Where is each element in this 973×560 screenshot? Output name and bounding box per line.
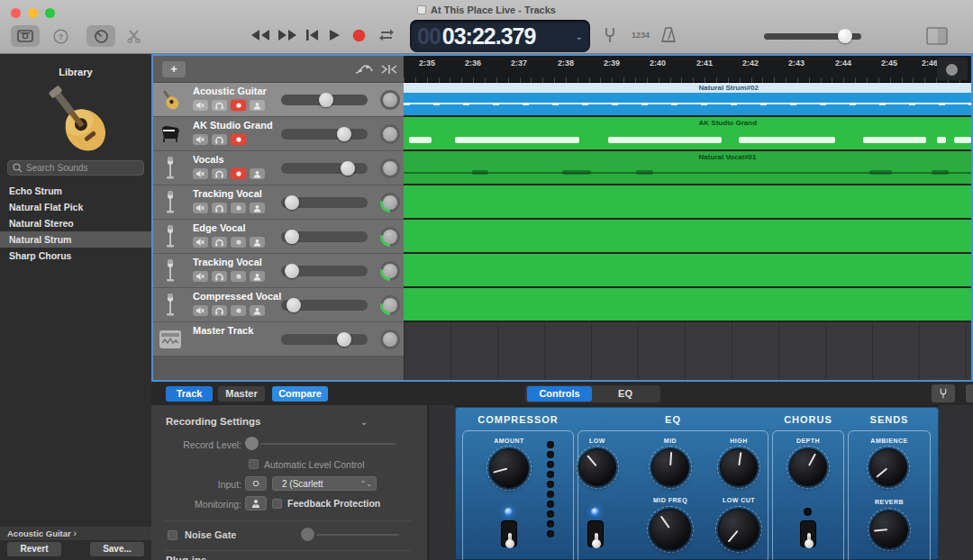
solo-button[interactable] — [212, 237, 227, 248]
record-level-slider-thumb[interactable] — [245, 437, 259, 450]
input-monitoring-button[interactable] — [250, 100, 265, 111]
mute-button[interactable] — [193, 237, 208, 248]
save-button[interactable]: Save... — [90, 542, 144, 556]
quick-help-button[interactable]: ? — [50, 25, 70, 47]
track-name[interactable]: Edge Vocal — [193, 222, 245, 233]
revert-button[interactable]: Revert — [7, 542, 61, 556]
track-volume-slider[interactable] — [281, 129, 368, 140]
track-name[interactable]: Master Track — [193, 325, 253, 336]
eq-mid-knob[interactable] — [651, 448, 689, 486]
recording-settings-header[interactable]: Recording Settings — [166, 416, 260, 427]
tuner-button[interactable] — [602, 26, 618, 44]
sends-reverb-knob[interactable] — [870, 510, 908, 548]
library-item[interactable]: Echo Strum — [0, 183, 151, 199]
auto-level-checkbox[interactable] — [249, 459, 259, 469]
record-enable-button[interactable] — [231, 134, 246, 145]
track-row[interactable]: Edge Vocal — [153, 220, 404, 254]
volume-thumb[interactable] — [341, 161, 355, 176]
audio-region-waveform[interactable] — [404, 93, 971, 115]
timeline-zoom-slider[interactable] — [937, 58, 968, 80]
mute-button[interactable] — [193, 305, 208, 316]
tab-eq[interactable]: EQ — [594, 386, 657, 402]
pan-knob[interactable] — [380, 295, 400, 315]
input-monitoring-button[interactable] — [250, 168, 265, 179]
track-name[interactable]: AK Studio Grand — [193, 120, 273, 131]
plugins-header[interactable]: Plug-ins — [166, 555, 206, 560]
pan-knob[interactable] — [380, 261, 400, 281]
mute-button[interactable] — [193, 134, 208, 145]
record-enable-button[interactable] — [231, 203, 246, 213]
timeline[interactable]: 2:35 2:36 2:37 2:38 2:39 2:40 2:41 2:42 … — [404, 56, 971, 380]
count-in-button[interactable]: 1234 — [632, 31, 650, 40]
rewind-button[interactable] — [250, 29, 270, 41]
lcd-mode-chevron-icon[interactable]: ⌄ — [576, 32, 583, 41]
cycle-button[interactable] — [377, 28, 396, 42]
track-row[interactable]: Vocals — [153, 151, 404, 185]
compressor-toggle-switch[interactable] — [501, 520, 517, 547]
record-enable-button[interactable] — [231, 237, 246, 248]
mute-button[interactable] — [193, 100, 208, 111]
volume-thumb[interactable] — [285, 230, 299, 244]
input-select[interactable]: 2 (Scarlett ⌃⌄ — [272, 476, 377, 491]
search-field[interactable] — [7, 160, 144, 176]
forward-button[interactable] — [277, 29, 297, 41]
record-button[interactable] — [352, 29, 366, 42]
pan-knob[interactable] — [380, 124, 400, 144]
record-level-slider[interactable] — [260, 443, 396, 445]
feedback-protection-checkbox[interactable] — [272, 499, 282, 509]
tab-track[interactable]: Track — [166, 386, 213, 402]
master-tuner-button[interactable] — [932, 384, 955, 402]
solo-button[interactable] — [212, 134, 227, 145]
play-button[interactable] — [329, 29, 341, 41]
zoom-slider-thumb[interactable] — [946, 64, 958, 76]
track-volume-slider[interactable] — [281, 163, 368, 174]
noise-gate-slider[interactable] — [316, 534, 399, 536]
noise-gate-checkbox[interactable] — [168, 530, 177, 540]
input-monitoring-button[interactable] — [250, 271, 265, 282]
pan-knob[interactable] — [380, 193, 400, 212]
track-name[interactable]: Vocals — [193, 154, 224, 165]
record-enable-button[interactable] — [231, 100, 246, 111]
track-name[interactable]: Acoustic Guitar — [193, 86, 267, 96]
track-volume-slider[interactable] — [281, 231, 368, 242]
pan-knob[interactable] — [380, 330, 400, 349]
eq-low-knob[interactable] — [578, 448, 616, 486]
automation-button[interactable] — [353, 63, 375, 76]
input-monitoring-button[interactable] — [250, 305, 265, 316]
input-monitoring-button[interactable] — [250, 203, 265, 213]
track-row[interactable]: Tracking Vocal — [153, 185, 404, 220]
input-format-button[interactable]: O — [245, 476, 267, 491]
library-item[interactable]: Natural Stereo — [0, 215, 151, 231]
track-volume-slider[interactable] — [281, 197, 368, 208]
time-ruler[interactable]: 2:35 2:36 2:37 2:38 2:39 2:40 2:41 2:42 … — [404, 56, 971, 83]
add-track-button[interactable]: + — [162, 61, 186, 77]
lcd-display[interactable]: 00 03:22.379 ⌄ — [410, 20, 590, 52]
chevron-down-icon[interactable]: ⌄ — [360, 555, 368, 560]
solo-button[interactable] — [212, 168, 227, 179]
master-track-row[interactable]: Master Track — [153, 322, 404, 357]
patch-breadcrumb[interactable]: Acoustic Guitar › — [0, 527, 151, 540]
tab-compare[interactable]: Compare — [272, 386, 328, 402]
input-monitoring-button[interactable] — [250, 237, 265, 248]
volume-thumb[interactable] — [319, 93, 333, 107]
record-enable-button[interactable] — [231, 305, 246, 316]
chorus-toggle-switch[interactable] — [800, 520, 816, 547]
pan-knob[interactable] — [380, 158, 400, 178]
library-item-selected[interactable]: Natural Strum — [0, 231, 151, 248]
track-volume-slider[interactable] — [281, 300, 368, 311]
track-row[interactable]: Compressed Vocal — [153, 288, 404, 322]
clipped-toolbar-button[interactable] — [966, 384, 973, 402]
go-to-beginning-button[interactable] — [305, 29, 319, 41]
catch-playhead-button[interactable] — [378, 63, 400, 76]
sends-ambience-knob[interactable] — [869, 448, 907, 486]
library-item[interactable]: Sharp Chorus — [0, 248, 151, 264]
pan-knob[interactable] — [380, 227, 400, 247]
solo-button[interactable] — [212, 305, 227, 316]
editors-button[interactable] — [123, 25, 144, 47]
eq-mid-freq-knob[interactable] — [650, 509, 691, 550]
track-name[interactable]: Tracking Vocal — [193, 257, 262, 267]
noise-gate-slider-thumb[interactable] — [301, 528, 314, 541]
master-volume-thumb[interactable] — [838, 29, 852, 43]
mute-button[interactable] — [193, 203, 208, 213]
smart-controls-button[interactable] — [86, 25, 115, 47]
